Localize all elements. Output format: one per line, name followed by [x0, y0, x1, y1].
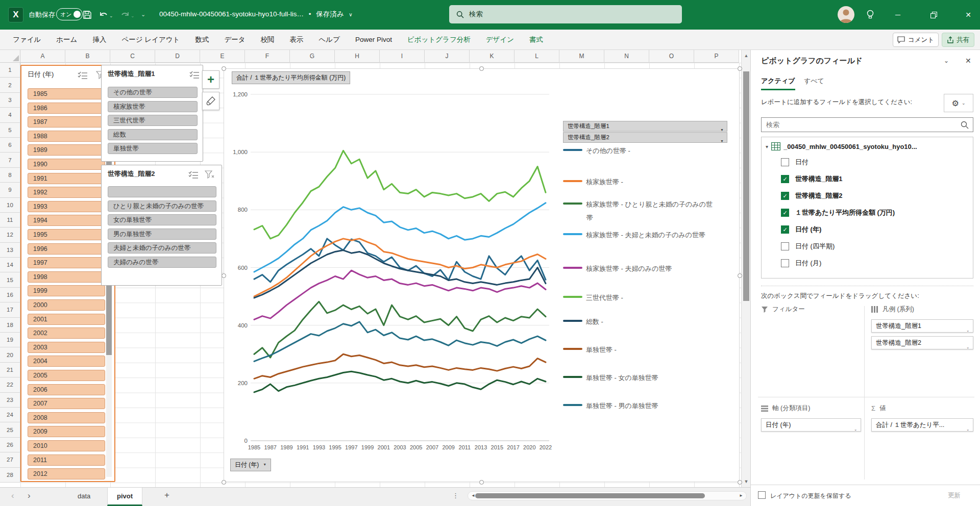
- table-row[interactable]: ▾ _00450_mhlw_00450061_syotoku_hyo10...: [766, 142, 970, 150]
- row-header[interactable]: 12: [0, 227, 20, 242]
- column-header[interactable]: K: [470, 50, 514, 63]
- checked-checkbox[interactable]: ✓: [781, 192, 789, 200]
- excel-app-icon[interactable]: X: [8, 7, 23, 22]
- chart-series-line[interactable]: [254, 239, 546, 282]
- share-button[interactable]: 共有: [942, 33, 974, 47]
- slicer-year-item[interactable]: 2010: [28, 440, 105, 451]
- chart-series-line[interactable]: [254, 203, 546, 272]
- slicer-year-item[interactable]: 2007: [28, 398, 105, 409]
- row-header[interactable]: 1: [0, 63, 20, 78]
- slicer-item[interactable]: 女の単独世帯: [108, 214, 216, 225]
- slicer-year-item[interactable]: 2008: [28, 412, 105, 423]
- chart-elements-button[interactable]: +: [202, 70, 219, 89]
- row-header[interactable]: 19: [0, 333, 20, 347]
- legend-entry[interactable]: その他の世帯 -: [563, 144, 716, 158]
- ribbon-tab[interactable]: ページ レイアウト: [114, 30, 187, 50]
- unchecked-checkbox[interactable]: [781, 242, 789, 250]
- field-row[interactable]: 日付 (四半期): [781, 242, 835, 251]
- legend-field-button[interactable]: 世帯構造_階層2▼: [563, 132, 727, 143]
- slicer-item[interactable]: 総数: [108, 129, 198, 140]
- slicer-year-item[interactable]: 2004: [28, 356, 105, 367]
- row-header[interactable]: 7: [0, 153, 20, 167]
- multi-select-icon[interactable]: [187, 169, 200, 180]
- area-field-item[interactable]: 世帯構造_階層2⌄: [871, 336, 973, 349]
- slicer-year-item[interactable]: 1997: [28, 257, 105, 268]
- row-header[interactable]: 2: [0, 78, 20, 92]
- column-header[interactable]: D: [155, 50, 200, 63]
- unchecked-checkbox[interactable]: [781, 158, 789, 166]
- row-header[interactable]: 23: [0, 393, 20, 408]
- row-header[interactable]: 14: [0, 258, 20, 272]
- slicer-item[interactable]: その他の世帯: [108, 87, 198, 98]
- area-field-item[interactable]: 合計 / １世帯あたり平...⌄: [871, 418, 973, 432]
- slicer-year-item[interactable]: 2005: [28, 370, 105, 381]
- row-header[interactable]: 18: [0, 318, 20, 333]
- slicer-year-item[interactable]: 1995: [28, 229, 105, 240]
- column-header[interactable]: H: [335, 50, 380, 63]
- selection-handle[interactable]: [222, 66, 226, 71]
- field-row[interactable]: ✓世帯構造_階層2: [781, 191, 842, 200]
- slicer-item[interactable]: 夫婦のみの世帯: [108, 257, 216, 268]
- slicer-year-item[interactable]: 1985: [28, 88, 105, 99]
- ribbon-tab[interactable]: 数式: [187, 30, 216, 50]
- column-header[interactable]: E: [200, 50, 245, 63]
- row-header[interactable]: 8: [0, 168, 20, 183]
- slicer-item[interactable]: 夫婦と未婚の子のみの世帯: [108, 242, 216, 254]
- tab-active[interactable]: アクティブ: [761, 77, 795, 90]
- field-row[interactable]: ✓１世帯あたり平均所得金額 (万円): [781, 208, 895, 217]
- scroll-down-icon[interactable]: ▼: [742, 479, 751, 484]
- ribbon-tab[interactable]: ヘルプ: [311, 30, 348, 50]
- row-header[interactable]: 5: [0, 123, 20, 138]
- ribbon-tab[interactable]: ホーム: [48, 30, 85, 50]
- unchecked-checkbox[interactable]: [781, 259, 789, 267]
- ribbon-tab[interactable]: 校閲: [253, 30, 282, 50]
- legend-entry[interactable]: 単独世帯 -: [563, 343, 716, 357]
- slicer-year-item[interactable]: 1990: [28, 159, 105, 170]
- row-header[interactable]: 16: [0, 288, 20, 302]
- sheet-nav-right-icon[interactable]: ›: [28, 491, 31, 501]
- ribbon-tab[interactable]: ファイル: [5, 30, 48, 50]
- minimize-button[interactable]: ─: [886, 0, 910, 30]
- column-header[interactable]: B: [65, 50, 110, 63]
- row-header[interactable]: 28: [0, 468, 20, 483]
- scroll-up-icon[interactable]: ▲: [742, 53, 751, 58]
- slicer-level2[interactable]: 世帯構造_階層2 ひとり親と未婚の子のみの世帯女の単独世帯男の単独世帯夫婦と未婚…: [101, 165, 222, 286]
- ribbon-tab[interactable]: デザイン: [478, 30, 522, 50]
- comments-button[interactable]: コメント: [893, 33, 939, 47]
- chart-styles-button[interactable]: [202, 92, 219, 110]
- search-input[interactable]: 検索: [449, 5, 682, 23]
- workbook-title[interactable]: 00450-mhlw-00450061-syotoku-hyo10-full-l…: [159, 10, 353, 19]
- area-field-item[interactable]: 世帯構造_階層1⌄: [871, 319, 973, 333]
- row-header[interactable]: 13: [0, 243, 20, 258]
- legend-entry[interactable]: 単独世帯 - 女の単独世帯: [563, 371, 716, 385]
- select-all-corner[interactable]: [0, 50, 20, 63]
- tab-all[interactable]: すべて: [804, 77, 824, 86]
- row-header[interactable]: 24: [0, 408, 20, 422]
- quick-access-chevron-icon[interactable]: ⌄: [141, 11, 145, 18]
- ribbon-tab[interactable]: データ: [216, 30, 253, 50]
- vertical-scrollbar[interactable]: ▲ ▼: [741, 50, 750, 487]
- undo-icon[interactable]: [97, 8, 110, 21]
- column-header[interactable]: G: [290, 50, 335, 63]
- expand-icon[interactable]: ▾: [766, 144, 768, 149]
- legend-entry[interactable]: 単独世帯 - 男の単独世帯: [563, 399, 716, 413]
- slicer-item[interactable]: 単独世帯: [108, 143, 198, 154]
- row-header[interactable]: 27: [0, 452, 20, 467]
- horizontal-scrollbar[interactable]: ◄ ►: [468, 491, 747, 500]
- chart-series-line[interactable]: [254, 322, 546, 362]
- add-sheet-button[interactable]: +: [164, 490, 169, 500]
- pivot-chart[interactable]: 02004006008001,0001,20019851987198919911…: [224, 68, 740, 482]
- slicer-item[interactable]: 三世代世帯: [108, 115, 198, 126]
- save-icon[interactable]: [81, 8, 94, 21]
- row-header[interactable]: 22: [0, 377, 20, 392]
- pane-chevron-icon[interactable]: ⌄: [944, 57, 949, 64]
- legend-entry[interactable]: 総数 -: [563, 315, 716, 328]
- row-header[interactable]: 21: [0, 363, 20, 377]
- row-header[interactable]: 11: [0, 213, 20, 227]
- ribbon-tab[interactable]: 挿入: [85, 30, 114, 50]
- ribbon-tab[interactable]: 表示: [282, 30, 311, 50]
- row-header[interactable]: 10: [0, 198, 20, 213]
- legend-field-button[interactable]: 世帯構造_階層1▼: [563, 121, 727, 132]
- slicer-year-item[interactable]: 1988: [28, 131, 105, 142]
- row-header[interactable]: 26: [0, 438, 20, 452]
